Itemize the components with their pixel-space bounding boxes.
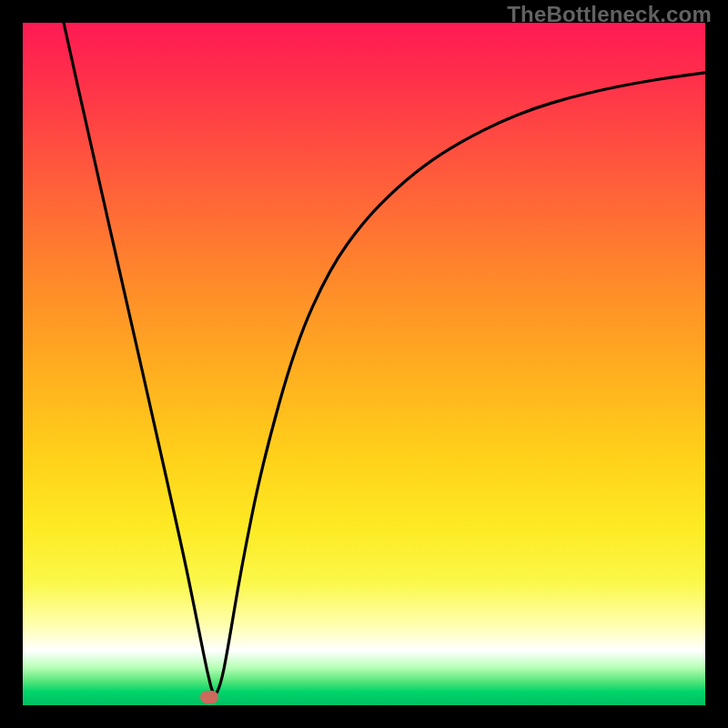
optimum-marker [200,691,218,703]
chart-frame: TheBottleneck.com [0,0,728,728]
curve-svg [23,23,705,705]
plot-area [23,23,705,705]
bottleneck-curve [64,23,705,694]
watermark-text: TheBottleneck.com [507,2,712,27]
